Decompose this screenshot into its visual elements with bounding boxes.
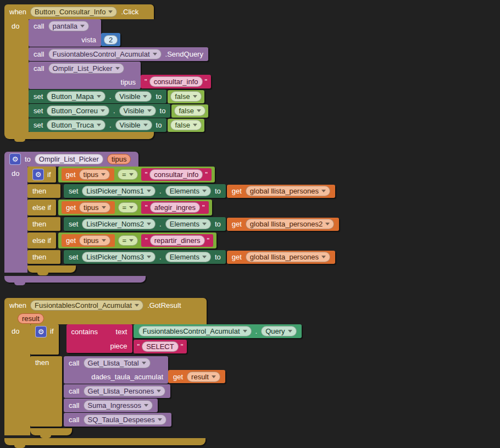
procedure-dropdown[interactable]: pantalla xyxy=(48,21,90,31)
call-get-llista-persones-block[interactable]: call Get_Llista_Persones xyxy=(64,384,170,398)
get-global-block[interactable]: get global llista_persones xyxy=(227,251,335,264)
component-dropdown[interactable]: Button_Correu xyxy=(47,106,109,116)
set-row: set Button_Truca . Visible to false xyxy=(29,118,204,132)
event-block-fusiontables-gotresult[interactable]: when FusiontablesControl_Acumulat .GotRe… xyxy=(4,298,225,445)
procedure-dropdown[interactable]: Get_Llista_Persones xyxy=(84,386,166,396)
text-string-block[interactable]: " SELECT " xyxy=(134,340,187,353)
set-button-mapa-block[interactable]: set Button_Mapa . Visible to xyxy=(29,90,166,103)
operator-dropdown[interactable]: = xyxy=(118,202,138,213)
call-sendquery-block[interactable]: call FusiontablesControl_Acumulat .SendQ… xyxy=(29,47,208,61)
gear-icon[interactable]: ⚙ xyxy=(32,169,44,180)
contains-text-block[interactable]: contains text piece xyxy=(66,324,132,353)
event-parameter-chip[interactable]: result xyxy=(18,313,44,324)
set-listpicker2-block[interactable]: set ListPicker_Noms2 . Elements to xyxy=(64,217,226,231)
variable-dropdown[interactable]: result xyxy=(187,372,220,382)
get-variable-block[interactable]: get tipus xyxy=(62,201,115,214)
boolean-false-block[interactable]: false xyxy=(168,119,204,132)
get-result-block[interactable]: get result xyxy=(168,370,225,383)
variable-dropdown[interactable]: tipus xyxy=(79,169,110,180)
property-dropdown[interactable]: Query xyxy=(261,326,296,336)
set-listpicker1-block[interactable]: set ListPicker_Noms1 . Elements to xyxy=(64,184,226,198)
component-dropdown[interactable]: ListPicker_Noms3 xyxy=(82,252,155,262)
variable-dropdown[interactable]: tipus xyxy=(79,202,110,213)
variable-dropdown[interactable]: tipus xyxy=(79,235,110,246)
property-dropdown[interactable]: Visible xyxy=(119,106,156,116)
call-sq-taula-despeses-block[interactable]: call SQ_Taula_Despeses xyxy=(64,413,171,427)
get-global-block[interactable]: get global llista_persones xyxy=(227,185,335,198)
operator-dropdown[interactable]: = xyxy=(118,235,138,246)
event-block-foot xyxy=(4,438,205,445)
property-dropdown[interactable]: Elements xyxy=(165,252,211,262)
set-row: set Button_Correu . Visible to false xyxy=(29,104,208,118)
piece-label: piece xyxy=(110,342,127,350)
property-dropdown[interactable]: Elements xyxy=(165,186,211,196)
global-variable-dropdown[interactable]: global llista_persones2 xyxy=(246,219,334,229)
text-field[interactable]: afegir_ingres xyxy=(150,202,200,213)
procedure-dropdown[interactable]: Get_Llista_Total xyxy=(84,358,151,368)
boolean-dropdown[interactable]: false xyxy=(170,120,201,130)
component-dropdown[interactable]: ListPicker_Noms2 xyxy=(82,219,155,229)
dropdown-arrow-icon xyxy=(197,109,201,112)
if-block[interactable]: ⚙ if contains text piece xyxy=(30,324,225,435)
procedure-dropdown[interactable]: Omplir_List_Picker xyxy=(48,63,124,74)
then-row: then set ListPicker_Noms1 . Elements xyxy=(27,184,335,198)
procedure-dropdown[interactable]: Suma_Ingressos xyxy=(84,400,153,411)
text-field[interactable]: consultar_info xyxy=(149,76,203,87)
call-get-llista-total-block[interactable]: call Get_Llista_Total dades_taula_acumul… xyxy=(64,356,168,384)
equals-block[interactable]: get tipus = " afegir_ingres xyxy=(58,200,212,215)
global-variable-dropdown[interactable]: global llista_persones xyxy=(246,186,330,196)
property-dropdown[interactable]: Visible xyxy=(115,120,152,130)
call-omplir-block[interactable]: call Omplir_List_Picker tipus xyxy=(29,62,141,89)
equals-block[interactable]: get tipus = " repartir_diner xyxy=(58,233,216,248)
procedure-name: SQ_Taula_Despeses xyxy=(88,416,155,424)
component-dropdown[interactable]: FusiontablesControl_Acumulat xyxy=(138,326,252,336)
property-dropdown[interactable]: Elements xyxy=(165,219,211,229)
equals-block[interactable]: get tipus = " consultar_info xyxy=(58,167,215,182)
boolean-false-block[interactable]: false xyxy=(171,104,208,118)
boolean-false-block[interactable]: false xyxy=(168,90,204,103)
text-field[interactable]: consultar_info xyxy=(149,169,203,180)
component-dropdown[interactable]: FusiontablesControl_Acumulat xyxy=(48,49,162,59)
dropdown-arrow-icon xyxy=(193,95,197,98)
parameter-chip[interactable]: tipus xyxy=(107,154,131,164)
text-field[interactable]: SELECT xyxy=(142,341,179,352)
call-pantalla-block[interactable]: call pantalla vista xyxy=(29,19,101,47)
operator-dropdown[interactable]: = xyxy=(118,169,138,180)
text-string-block[interactable]: " repartir_diners " xyxy=(141,234,213,247)
set-button-correu-block[interactable]: set Button_Correu . Visible to xyxy=(29,104,170,118)
dropdown-arrow-icon xyxy=(325,223,330,225)
boolean-dropdown[interactable]: false xyxy=(174,106,205,116)
procedure-name-field[interactable]: Omplir_List_Picker xyxy=(35,154,103,164)
get-variable-block[interactable]: get tipus xyxy=(62,168,115,181)
component-getter-block[interactable]: FusiontablesControl_Acumulat . Query xyxy=(134,324,302,338)
if-block-foot xyxy=(30,428,72,435)
event-header[interactable]: when FusiontablesControl_Acumulat .GotRe… xyxy=(4,298,207,324)
get-variable-block[interactable]: get tipus xyxy=(62,234,115,247)
component-dropdown[interactable]: ListPicker_Noms1 xyxy=(82,186,155,196)
set-listpicker3-block[interactable]: set ListPicker_Noms3 . Elements to xyxy=(64,250,226,264)
procedure-dropdown[interactable]: SQ_Taula_Despeses xyxy=(84,414,166,425)
number-field[interactable]: 2 xyxy=(104,35,118,45)
gear-icon[interactable]: ⚙ xyxy=(35,326,47,338)
text-string-block[interactable]: " consultar_info " xyxy=(141,75,211,89)
component-dropdown[interactable]: FusiontablesControl_Acumulat xyxy=(30,300,143,311)
number-block[interactable]: 2 xyxy=(101,33,120,46)
get-global-block[interactable]: get global llista_persones2 xyxy=(227,218,339,231)
global-variable-dropdown[interactable]: global llista_persones xyxy=(246,252,330,262)
text-string-block[interactable]: " consultar_info " xyxy=(141,168,212,181)
procedure-header[interactable]: ⚙ to Omplir_List_Picker tipus xyxy=(4,152,138,167)
call-suma-ingressos-block[interactable]: call Suma_Ingressos xyxy=(64,399,158,412)
text-string-block[interactable]: " afegir_ingres " xyxy=(141,201,208,214)
if-block[interactable]: ⚙ if get tipus = xyxy=(27,167,339,273)
property-dropdown[interactable]: Visible xyxy=(115,91,152,102)
event-block-button-consultar-info-click[interactable]: when Button_Consultar_Info .Click do cal… xyxy=(4,4,211,139)
procedure-block-omplir-list-picker[interactable]: ⚙ to Omplir_List_Picker tipus do ⚙ if ge… xyxy=(4,152,339,283)
component-dropdown[interactable]: Button_Truca xyxy=(47,120,105,130)
component-dropdown[interactable]: Button_Consultar_Info xyxy=(30,7,117,17)
text-field[interactable]: repartir_diners xyxy=(150,235,205,246)
gear-icon[interactable]: ⚙ xyxy=(9,153,21,165)
event-header[interactable]: when Button_Consultar_Info .Click xyxy=(4,4,154,19)
boolean-dropdown[interactable]: false xyxy=(170,91,201,102)
set-button-truca-block[interactable]: set Button_Truca . Visible to xyxy=(29,118,166,132)
component-dropdown[interactable]: Button_Mapa xyxy=(47,91,105,102)
